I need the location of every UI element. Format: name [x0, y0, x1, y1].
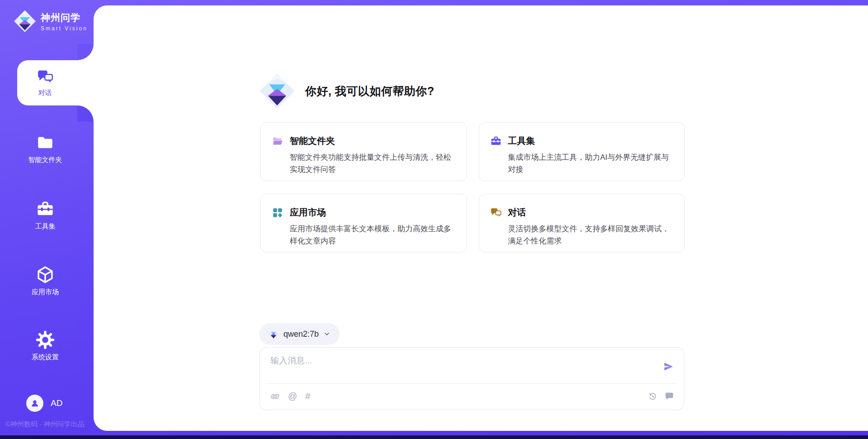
card-app-market[interactable]: 应用市场 应用市场提供丰富长文本模板，助力高效生成多样化文章内容 — [260, 194, 467, 253]
chevron-down-icon — [323, 330, 330, 338]
model-name: qwen2:7b — [283, 329, 319, 339]
avatar — [26, 395, 43, 412]
sidebar-item-chat[interactable]: 对话 — [17, 60, 94, 105]
user-profile[interactable]: AD — [26, 395, 62, 412]
new-chat-button[interactable] — [665, 391, 674, 401]
main-content: 你好, 我可以如何帮助你? 智能文件夹 智能文件夹功能支持批量文件上传与清洗，轻… — [94, 5, 868, 431]
attach-file-button[interactable] — [270, 391, 280, 401]
card-description: 灵活切换多模型文件，支持多样回复效果调试，满足个性化需求 — [508, 223, 674, 247]
brand-gem-icon — [14, 10, 36, 33]
sidebar-item-label: 应用市场 — [32, 288, 59, 296]
apps-grid-icon — [272, 207, 283, 219]
history-button[interactable] — [648, 391, 657, 401]
composer-divider — [267, 383, 677, 384]
sidebar-item-smart-folder[interactable]: 智能文件夹 — [0, 133, 90, 164]
chat-icon — [37, 68, 54, 86]
sidebar-item-settings[interactable]: 系统设置 — [0, 330, 90, 362]
person-icon — [30, 398, 40, 408]
card-title: 应用市场 — [290, 206, 326, 219]
brand-name-en: Smart Vision — [41, 25, 88, 32]
assistant-gem-icon — [259, 72, 295, 110]
card-chat[interactable]: 对话 灵活切换多模型文件，支持多样回复效果调试，满足个性化需求 — [479, 194, 685, 253]
chat-icon — [490, 207, 502, 219]
card-title: 智能文件夹 — [290, 135, 335, 147]
gear-icon — [36, 330, 55, 349]
card-description: 应用市场提供丰富长文本模板，助力高效生成多样化文章内容 — [290, 223, 456, 247]
model-gem-icon — [268, 328, 279, 340]
card-description: 集成市场上主流工具，助力AI与外界无缝扩展与对接 — [508, 151, 674, 176]
paperclip-icon — [269, 389, 282, 403]
sidebar-item-toolset[interactable]: 工具集 — [0, 200, 90, 231]
briefcase-icon — [36, 200, 55, 219]
copyright: ©神州数码 · 神州问学出品 — [5, 420, 84, 429]
user-name: AD — [51, 398, 62, 408]
brand-logo: 神州问学 Smart Vision — [14, 10, 88, 33]
card-description: 智能文件夹功能支持批量文件上传与清洗，轻松实现文件问答 — [290, 151, 456, 176]
greeting-text: 你好, 我可以如何帮助你? — [305, 84, 434, 99]
briefcase-icon — [490, 135, 502, 147]
cube-icon — [36, 265, 55, 284]
card-title: 对话 — [508, 206, 526, 219]
send-icon — [663, 361, 674, 372]
window-bottom-edge — [0, 435, 868, 439]
folder-open-icon — [272, 135, 283, 147]
greeting: 你好, 我可以如何帮助你? — [259, 72, 434, 110]
message-input[interactable] — [270, 355, 655, 381]
sidebar-item-label: 系统设置 — [32, 353, 59, 362]
tab-curve-bottom — [77, 105, 94, 122]
chat-filled-icon — [665, 391, 674, 401]
message-composer: @ # — [259, 347, 684, 410]
sidebar-item-label: 智能文件夹 — [28, 156, 62, 164]
sidebar: 神州问学 Smart Vision 对话 智能文件夹 工具集 — [0, 0, 94, 431]
sidebar-item-label: 工具集 — [35, 222, 56, 231]
send-button[interactable] — [663, 361, 674, 372]
sidebar-item-label: 对话 — [38, 89, 52, 97]
topic-button[interactable]: # — [305, 391, 310, 401]
brand-name-cn: 神州问学 — [41, 11, 88, 24]
card-toolset[interactable]: 工具集 集成市场上主流工具，助力AI与外界无缝扩展与对接 — [479, 122, 685, 181]
hash-icon: # — [305, 391, 310, 401]
card-smart-folder[interactable]: 智能文件夹 智能文件夹功能支持批量文件上传与清洗，轻松实现文件问答 — [260, 122, 467, 181]
model-selector[interactable]: qwen2:7b — [259, 323, 340, 345]
mention-button[interactable]: @ — [288, 391, 297, 401]
folder-icon — [36, 133, 55, 152]
at-icon: @ — [288, 391, 297, 401]
tab-curve-top — [77, 44, 94, 60]
feature-cards: 智能文件夹 智能文件夹功能支持批量文件上传与清洗，轻松实现文件问答 工具集 集成… — [260, 122, 685, 253]
history-icon — [648, 391, 657, 401]
card-title: 工具集 — [508, 135, 535, 147]
composer-toolbar: @ # — [270, 388, 674, 404]
sidebar-item-app-market[interactable]: 应用市场 — [0, 265, 90, 296]
